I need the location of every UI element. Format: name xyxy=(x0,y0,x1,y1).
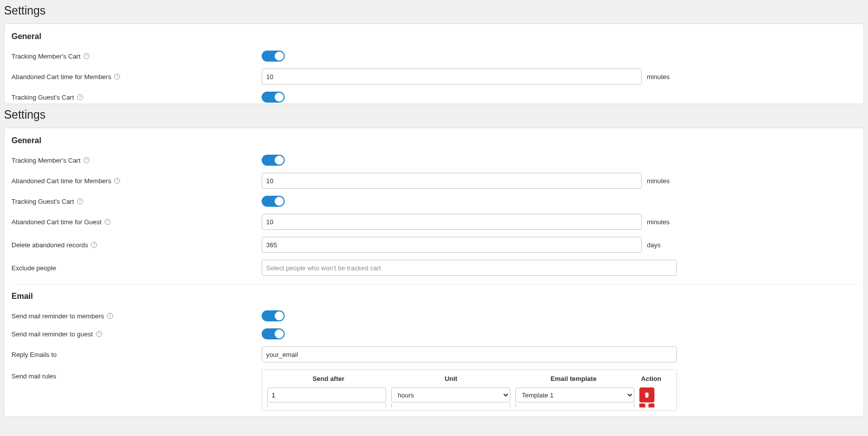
label-text: Delete abandoned records xyxy=(12,241,88,249)
rule-unit-select[interactable]: hours xyxy=(391,387,510,402)
label-tracking-guest-top: Tracking Guest's Cart ? xyxy=(12,94,262,101)
label-send-members: Send mail reminder to members ? xyxy=(12,312,262,320)
row-send-guest: Send mail reminder to guest ? xyxy=(12,325,856,343)
input-delete-records[interactable] xyxy=(262,237,642,253)
label-tracking-guest: Tracking Guest's Cart ? xyxy=(12,198,262,205)
trash-icon xyxy=(643,391,650,398)
input-abandoned-members-top[interactable] xyxy=(262,69,642,85)
row-delete-records: Delete abandoned records ? days xyxy=(12,233,856,256)
header-send-after: Send after xyxy=(267,375,390,382)
unit-minutes: minutes xyxy=(647,218,670,226)
trash-icon xyxy=(643,403,650,407)
label-exclude-people: Exclude people xyxy=(12,264,262,272)
label-text: Tracking Guest's Cart xyxy=(12,94,74,101)
input-reply-to[interactable] xyxy=(262,346,677,362)
row-reply-to: Reply Emails to xyxy=(12,343,856,366)
help-icon[interactable]: ? xyxy=(77,94,83,100)
help-icon[interactable]: ? xyxy=(114,74,120,80)
help-icon[interactable]: ? xyxy=(96,331,102,337)
unit-minutes: minutes xyxy=(647,177,670,185)
row-send-members: Send mail reminder to members ? xyxy=(12,307,856,325)
settings-panel-top: General Tracking Member's Cart ? Abandon… xyxy=(4,24,864,104)
toggle-tracking-guest[interactable] xyxy=(262,196,285,207)
help-icon[interactable]: ? xyxy=(84,157,90,163)
page-title: Settings xyxy=(0,0,868,22)
label-text: Abandoned Cart time for Members xyxy=(12,73,111,81)
row-exclude-people: Exclude people xyxy=(12,256,856,279)
row-send-rules: Send mail rules Send after Unit Email te… xyxy=(12,366,856,414)
label-reply-to: Reply Emails to xyxy=(12,351,262,358)
settings-top-block: Settings General Tracking Member's Cart … xyxy=(0,0,868,104)
row-tracking-guest-top: Tracking Guest's Cart ? xyxy=(12,88,856,104)
label-send-rules: Send mail rules xyxy=(12,369,262,380)
row-tracking-members: Tracking Member's Cart ? xyxy=(12,151,856,169)
toggle-tracking-guest-top[interactable] xyxy=(262,92,285,103)
label-text: Exclude people xyxy=(12,264,56,272)
row-abandoned-guest: Abandoned Cart time for Guest ? minutes xyxy=(12,210,856,233)
label-abandoned-members-top: Abandoned Cart time for Members ? xyxy=(12,73,262,81)
toggle-send-members[interactable] xyxy=(262,310,285,321)
help-icon[interactable]: ? xyxy=(105,219,111,225)
label-text: Send mail rules xyxy=(12,372,57,380)
rule-send-after-input[interactable] xyxy=(267,403,386,407)
header-template: Email template xyxy=(512,375,635,382)
row-tracking-members-top: Tracking Member's Cart ? xyxy=(12,47,856,65)
rules-header-row: Send after Unit Email template Action xyxy=(267,375,671,386)
toggle-tracking-members-top[interactable] xyxy=(262,51,285,62)
label-text: Send mail reminder to members xyxy=(12,312,104,320)
label-text: Tracking Member's Cart xyxy=(12,157,81,164)
help-icon[interactable]: ? xyxy=(91,242,97,248)
general-section-title: General xyxy=(12,32,856,41)
label-delete-records: Delete abandoned records ? xyxy=(12,241,262,249)
settings-panel-main: General Tracking Member's Cart ? Abandon… xyxy=(4,128,864,417)
rules-row: hours Template 1 xyxy=(267,386,671,403)
header-action: Action xyxy=(635,375,667,382)
rules-row xyxy=(267,403,671,407)
toggle-tracking-members[interactable] xyxy=(262,155,285,166)
general-section-title: General xyxy=(12,136,856,145)
unit-minutes: minutes xyxy=(647,73,670,81)
row-tracking-guest: Tracking Guest's Cart ? xyxy=(12,192,856,210)
email-section-title: Email xyxy=(12,292,856,301)
label-text: Reply Emails to xyxy=(12,351,57,358)
help-icon[interactable]: ? xyxy=(77,198,83,204)
rule-template-select[interactable]: Template 1 xyxy=(515,387,634,402)
label-send-guest: Send mail reminder to guest ? xyxy=(12,330,262,338)
rule-delete-button[interactable] xyxy=(639,387,654,402)
rule-send-after-input[interactable] xyxy=(267,387,386,402)
label-tracking-members: Tracking Member's Cart ? xyxy=(12,157,262,164)
input-abandoned-members[interactable] xyxy=(262,173,642,189)
label-text: Tracking Guest's Cart xyxy=(12,198,74,205)
label-tracking-members-top: Tracking Member's Cart ? xyxy=(12,53,262,60)
help-icon[interactable]: ? xyxy=(114,178,120,184)
rule-delete-button[interactable] xyxy=(639,403,654,407)
label-text: Send mail reminder to guest xyxy=(12,330,93,338)
help-icon[interactable]: ? xyxy=(107,313,113,319)
rules-table: Send after Unit Email template Action ho… xyxy=(262,369,677,411)
help-icon[interactable]: ? xyxy=(84,53,90,59)
label-abandoned-guest: Abandoned Cart time for Guest ? xyxy=(12,218,262,226)
label-text: Abandoned Cart time for Guest xyxy=(12,218,102,226)
header-unit: Unit xyxy=(390,375,512,382)
label-text: Abandoned Cart time for Members xyxy=(12,177,111,185)
input-exclude-people[interactable] xyxy=(262,260,677,276)
input-abandoned-guest[interactable] xyxy=(262,214,642,230)
label-abandoned-members: Abandoned Cart time for Members ? xyxy=(12,177,262,185)
label-text: Tracking Member's Cart xyxy=(12,53,81,60)
rule-unit-select[interactable] xyxy=(391,403,510,407)
page-title: Settings xyxy=(0,104,868,126)
unit-days: days xyxy=(647,241,660,249)
row-abandoned-members-top: Abandoned Cart time for Members ? minute… xyxy=(12,65,856,88)
row-abandoned-members: Abandoned Cart time for Members ? minute… xyxy=(12,169,856,192)
rule-template-select[interactable] xyxy=(515,403,634,407)
section-divider xyxy=(12,284,856,285)
toggle-send-guest[interactable] xyxy=(262,328,285,339)
